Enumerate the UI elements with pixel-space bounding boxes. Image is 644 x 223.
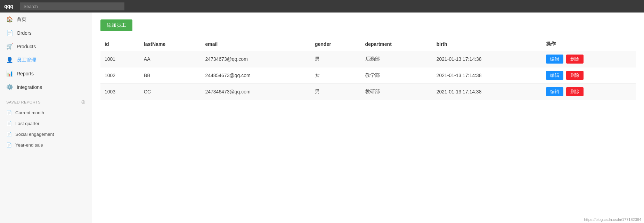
saved-report-social-engagement[interactable]: 📄 Social engagement	[0, 129, 92, 140]
cell-birth-0: 2021-01-13 17:14:38	[432, 51, 542, 67]
cell-gender-2: 男	[311, 84, 361, 100]
col-lastname: lastName	[140, 38, 201, 51]
reports-icon: 📊	[6, 70, 13, 77]
col-actions: 操作	[542, 38, 636, 51]
sidebar-item-products[interactable]: 🛒 Products	[0, 40, 92, 53]
saved-report-year-end-sale[interactable]: 📄 Year-end sale	[0, 140, 92, 150]
cell-birth-1: 2021-01-13 17:14:38	[432, 67, 542, 84]
cell-id-1: 1002	[100, 67, 140, 84]
cell-actions-1: 编辑删除	[542, 67, 636, 84]
employees-table: id lastName email gender department birt…	[100, 38, 636, 100]
delete-button-0[interactable]: 删除	[566, 55, 584, 64]
cell-department-2: 教研部	[361, 84, 432, 100]
sidebar-item-integrations-label: Integrations	[17, 84, 42, 90]
report-doc-icon-1: 📄	[6, 121, 12, 126]
home-icon: 🏠	[6, 16, 13, 23]
edit-button-2[interactable]: 编辑	[546, 87, 563, 96]
report-doc-icon-0: 📄	[6, 110, 12, 115]
cell-actions-2: 编辑删除	[542, 84, 636, 100]
cell-id-2: 1003	[100, 84, 140, 100]
saved-report-label-2: Social engagement	[15, 132, 54, 137]
sidebar-item-home[interactable]: 🏠 首页	[0, 13, 92, 26]
sidebar: 🏠 首页 📄 Orders 🛒 Products 👤 员工管理 📊 Report…	[0, 13, 92, 223]
add-saved-report-icon[interactable]: ⊕	[81, 99, 86, 105]
saved-report-current-month[interactable]: 📄 Current month	[0, 107, 92, 118]
app-logo: qqq	[4, 3, 13, 9]
col-id: id	[100, 38, 140, 51]
table-row: 1003CC247346473@qq.com男教研部2021-01-13 17:…	[100, 84, 636, 100]
sidebar-item-integrations[interactable]: ⚙️ Integrations	[0, 80, 92, 94]
saved-report-label-1: Last quarter	[15, 121, 39, 126]
edit-button-0[interactable]: 编辑	[546, 55, 563, 64]
sidebar-item-reports[interactable]: 📊 Reports	[0, 67, 92, 80]
saved-reports-title: SAVED REPORTS	[6, 100, 41, 104]
edit-button-1[interactable]: 编辑	[546, 71, 563, 80]
employees-icon: 👤	[6, 57, 13, 63]
sidebar-item-orders-label: Orders	[17, 30, 32, 36]
topbar: qqq	[0, 0, 644, 13]
search-input[interactable]	[20, 2, 124, 10]
cell-department-0: 后勤部	[361, 51, 432, 67]
cell-lastName-1: BB	[140, 67, 201, 84]
cell-email-2: 247346473@qq.com	[201, 84, 311, 100]
cell-id-0: 1001	[100, 51, 140, 67]
sidebar-item-orders[interactable]: 📄 Orders	[0, 26, 92, 40]
table-row: 1001AA24734673@qq.com男后勤部2021-01-13 17:1…	[100, 51, 636, 67]
cell-lastName-2: CC	[140, 84, 201, 100]
cell-gender-0: 男	[311, 51, 361, 67]
sidebar-item-products-label: Products	[17, 44, 36, 49]
report-doc-icon-3: 📄	[6, 142, 12, 148]
products-icon: 🛒	[6, 43, 13, 50]
table-header-row: id lastName email gender department birt…	[100, 38, 636, 51]
delete-button-1[interactable]: 删除	[566, 71, 584, 80]
saved-reports-section: SAVED REPORTS ⊕	[0, 94, 92, 107]
report-doc-icon-2: 📄	[6, 132, 12, 137]
add-employee-button[interactable]: 添加员工	[100, 19, 132, 31]
cell-department-1: 教学部	[361, 67, 432, 84]
cell-birth-2: 2021-01-13 17:14:38	[432, 84, 542, 100]
cell-email-0: 24734673@qq.com	[201, 51, 311, 67]
integrations-icon: ⚙️	[6, 84, 13, 90]
cell-actions-0: 编辑删除	[542, 51, 636, 67]
col-email: email	[201, 38, 311, 51]
layout: 🏠 首页 📄 Orders 🛒 Products 👤 员工管理 📊 Report…	[0, 13, 644, 223]
sidebar-item-home-label: 首页	[17, 16, 26, 23]
footer-url: https://blog.csdn.csdn/177182384	[584, 217, 641, 222]
orders-icon: 📄	[6, 30, 13, 36]
saved-report-last-quarter[interactable]: 📄 Last quarter	[0, 118, 92, 129]
cell-lastName-0: AA	[140, 51, 201, 67]
cell-email-1: 244854673@qq.com	[201, 67, 311, 84]
col-birth: birth	[432, 38, 542, 51]
sidebar-item-employees-label: 员工管理	[17, 57, 36, 63]
sidebar-item-employees[interactable]: 👤 员工管理	[0, 53, 92, 67]
col-department: department	[361, 38, 432, 51]
cell-gender-1: 女	[311, 67, 361, 84]
col-gender: gender	[311, 38, 361, 51]
main-content: 添加员工 id lastName email gender department…	[92, 13, 644, 223]
delete-button-2[interactable]: 删除	[566, 87, 584, 96]
sidebar-item-reports-label: Reports	[17, 71, 34, 76]
table-row: 1002BB244854673@qq.com女教学部2021-01-13 17:…	[100, 67, 636, 84]
saved-report-label-0: Current month	[15, 110, 44, 115]
saved-report-label-3: Year-end sale	[15, 142, 43, 148]
